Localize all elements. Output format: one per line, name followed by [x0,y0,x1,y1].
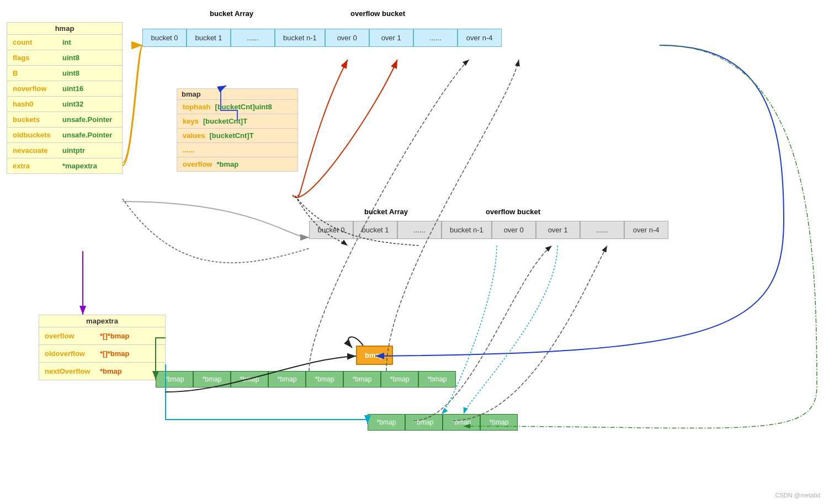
mapextra-box: mapextra overflow *[]*bmap oldoverflow *… [39,315,166,380]
diagram-container: hmap count int flags uint8 B uint8 nover… [0,0,829,504]
over-cell-gray-n4: over n-4 [624,221,668,239]
bmap-cell-top-3: *bmap [268,371,306,388]
hmap-row-nevacuate: nevacuate uintptr [7,142,122,158]
hmap-field-nevacuate: nevacuate [13,146,62,155]
bmap-array-top: *bmap *bmap *bmap *bmap *bmap *bmap *bma… [156,371,456,388]
hmap-type-mapextra: *mapextra [62,162,97,170]
hmap-row-noverflow: noverflow uint16 [7,81,122,96]
bmap-row-tophash: tophash [bucketCnt]uint8 [177,99,297,114]
bmap-cell-top-6: *bmap [381,371,418,388]
bucket-cell-dots: ...... [231,29,275,47]
bmap-field-values: values [183,131,205,140]
bucket-cell-1: bucket 1 [187,29,231,47]
bmap-cell-bot-2: *bmap [443,414,480,431]
bmap-orange-label: bmap [365,351,384,359]
hmap-type-uint16: uint16 [62,84,83,93]
bmap-field-keys: keys [183,117,199,125]
over-cell-0: over 0 [325,29,369,47]
hmap-row-hash0: hash0 uint32 [7,96,122,112]
hmap-field-oldbuckets: oldbuckets [13,131,62,139]
hmap-field-b: B [13,69,62,77]
hmap-field-count: count [13,38,62,46]
mapextra-row-oldoverflow: oldoverflow *[]*bmap [39,344,165,362]
bmap-type-overflow: *bmap [216,160,238,168]
mapextra-title: mapextra [39,315,165,327]
bmap-cell-top-2: *bmap [231,371,268,388]
bmap-box: bmap tophash [bucketCnt]uint8 keys [buck… [177,88,298,172]
bmap-field-overflow: overflow [183,160,212,168]
bucket-array-top-row: bucket 0 bucket 1 ...... bucket n-1 over… [142,29,502,47]
hmap-field-extra: extra [13,162,62,170]
bucket-array-bottom-row: bucket 0 bucket 1 ...... bucket n-1 over… [309,221,668,239]
mapextra-row-overflow: overflow *[]*bmap [39,327,165,344]
hmap-row-extra: extra *mapextra [7,158,122,173]
hmap-type-uint8-b: uint8 [62,69,79,77]
bmap-cell-bot-3: *bmap [480,414,518,431]
bmap-cell-top-1: *bmap [193,371,231,388]
over-cell-dots: ...... [413,29,458,47]
bmap-type-keys: [bucketCnt]T [203,117,247,125]
bmap-cell-bot-0: *bmap [368,414,405,431]
hmap-box: hmap count int flags uint8 B uint8 nover… [7,22,123,174]
hmap-row-count: count int [7,34,122,50]
mapextra-row-nextoverflow: nextOverflow *bmap [39,362,165,380]
hmap-field-buckets: buckets [13,115,62,124]
mapextra-type-overflow: *[]*bmap [100,332,129,340]
bucket-cell-0: bucket 0 [142,29,187,47]
bmap-array-bottom: *bmap *bmap *bmap *bmap [368,414,518,431]
watermark: CSDN @metabit [775,492,820,498]
hmap-type-uint8-flags: uint8 [62,54,79,62]
hmap-field-flags: flags [13,54,62,62]
hmap-field-hash0: hash0 [13,100,62,108]
bmap-cell-top-0: *bmap [156,371,193,388]
over-cell-gray-0: over 0 [492,221,536,239]
mapextra-field-overflow: overflow [45,332,100,340]
over-cell-n4: over n-4 [458,29,502,47]
bmap-field-dots: ...... [183,146,195,154]
bmap-cell-bot-1: *bmap [405,414,443,431]
bmap-cell-top-5: *bmap [343,371,381,388]
hmap-row-oldbuckets: oldbuckets unsafe.Pointer [7,127,122,142]
bucket-cell-gray-n1: bucket n-1 [442,221,492,239]
bmap-type-tophash: [bucketCnt]uint8 [215,103,272,111]
hmap-field-noverflow: noverflow [13,84,62,93]
over-cell-gray-1: over 1 [536,221,580,239]
hmap-row-buckets: buckets unsafe.Pointer [7,112,122,127]
hmap-type-uintptr: uintptr [62,146,85,155]
bmap-row-keys: keys [bucketCnt]T [177,114,297,128]
bmap-cell-top-7: *bmap [418,371,456,388]
overflow-bucket-top-label: overflow bucket [350,9,405,18]
hmap-type-unsafe-pointer: unsafe.Pointer [62,115,112,124]
bucket-cell-gray-dots: ...... [397,221,442,239]
bmap-row-values: values [bucketCnt]T [177,128,297,142]
bmap-row-overflow: overflow *bmap [177,157,297,171]
mapextra-field-oldoverflow: oldoverflow [45,349,100,358]
bmap-title: bmap [177,89,297,99]
mapextra-field-nextoverflow: nextOverflow [45,367,100,375]
mapextra-type-oldoverflow: *[]*bmap [100,349,129,358]
overflow-bucket-bottom-label: overflow bucket [486,208,540,216]
hmap-row-flags: flags uint8 [7,50,122,65]
bucket-cell-n1: bucket n-1 [275,29,325,47]
hmap-type-uint32: uint32 [62,100,83,108]
over-cell-gray-dots: ...... [580,221,624,239]
hmap-row-b: B uint8 [7,65,122,81]
bmap-orange-box: bmap [356,346,393,365]
bmap-field-tophash: tophash [183,103,211,111]
bucket-array-bottom-label: bucket Array [364,208,408,216]
hmap-title: hmap [7,23,122,34]
hmap-type-int: int [62,38,71,46]
bucket-array-top-label: bucket Array [210,9,253,18]
bucket-cell-gray-0: bucket 0 [309,221,353,239]
bmap-type-values: [bucketCnt]T [209,131,253,140]
bucket-cell-gray-1: bucket 1 [353,221,397,239]
hmap-type-unsafe-pointer2: unsafe.Pointer [62,131,112,139]
bmap-cell-top-4: *bmap [306,371,343,388]
over-cell-1: over 1 [369,29,413,47]
bmap-row-dots: ...... [177,142,297,157]
mapextra-type-nextoverflow: *bmap [100,367,122,375]
